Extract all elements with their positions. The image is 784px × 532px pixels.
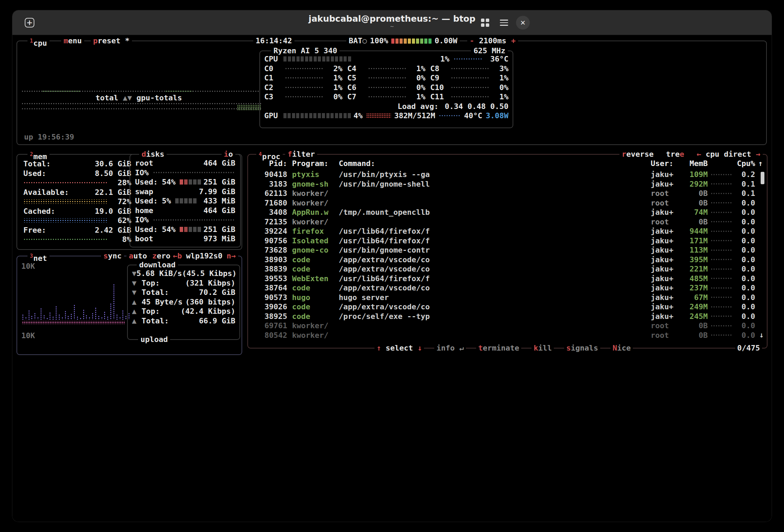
sort-next-button[interactable]: → (756, 150, 760, 158)
process-row[interactable]: 3408AppRun.w/tmp/.mount_opencllbjaku+74M… (253, 208, 763, 217)
net-graph-bar (77, 316, 78, 320)
header-cpu[interactable]: Cpu% (735, 159, 755, 168)
reverse-control[interactable]: reverse (622, 149, 654, 160)
disk-name: swap (135, 187, 153, 196)
core-graph (285, 96, 323, 98)
process-row[interactable]: 38764code/app/extra/vscode/cojaku+237M0.… (253, 283, 763, 293)
net-graph-bar (101, 317, 103, 320)
net-graph-bar (37, 317, 39, 320)
interval-increase-button[interactable]: + (511, 35, 516, 46)
net-graph-bar (125, 315, 127, 320)
tree-control[interactable]: tree (666, 149, 684, 160)
mem-stat-graph (23, 199, 108, 204)
iface-next-button[interactable]: n→ (227, 251, 236, 262)
process-mem: 0B (681, 331, 708, 340)
mem-stat-row: Cached:19.0 GiB (23, 207, 131, 216)
header-user[interactable]: User: (651, 159, 681, 168)
process-row[interactable]: 39026code/app/extra/vscode/cojaku+249M0.… (253, 302, 763, 312)
process-cpu-graph (710, 249, 732, 251)
net-graph-bar (28, 310, 30, 320)
process-row[interactable]: 38839code/app/extra/vscode/cojaku+221M0.… (253, 264, 763, 274)
meter-block (288, 113, 291, 118)
menu-control[interactable]: menu (61, 35, 84, 46)
process-row[interactable]: 71680kworker/root0B0.0 (253, 198, 763, 208)
process-row[interactable]: 80542kworker/root0B0.0 (253, 331, 763, 340)
disk-name: boot (135, 234, 153, 243)
process-row[interactable]: 38903code/app/extra/vscode/cojaku+395M0.… (253, 255, 763, 265)
cpu-temp-graph (453, 58, 482, 60)
process-row[interactable]: 72135kworker/root0B0.0 (253, 217, 763, 227)
enter-icon: ↵ (459, 344, 464, 352)
sort-prev-button[interactable]: ← (697, 150, 701, 158)
graph-mode-label[interactable]: total ▲▼ gpu-totals (92, 93, 186, 102)
net-graph-bar (98, 315, 100, 320)
process-row[interactable]: 3183gnome-sh/usr/bin/gnome-shelljaku+292… (253, 179, 763, 189)
info-control[interactable]: info ↵ (434, 343, 466, 354)
process-command: /usr/bin/ptyxis --ga (339, 170, 651, 179)
net-scale-top: 10K (21, 262, 35, 270)
process-row[interactable]: 90418ptyxis/usr/bin/ptyxis --gajaku+109M… (253, 170, 763, 179)
filter-control[interactable]: filter (285, 149, 317, 160)
kill-control[interactable]: kill (531, 343, 554, 354)
preset-control[interactable]: preset * (91, 35, 132, 46)
process-mem: 485M (681, 274, 708, 283)
disk-used-block (198, 227, 201, 232)
mem-stat-meter-row: 62% (23, 216, 131, 225)
scroll-down-arrow[interactable]: ↓ (759, 331, 764, 339)
process-row[interactable]: 39224firefox/usr/lib64/firefox/fjaku+944… (253, 226, 763, 236)
close-button[interactable]: ✕ (516, 16, 530, 30)
net-stat-value: (42.4 Kibps) (181, 307, 235, 315)
terminate-control[interactable]: terminate (476, 343, 521, 354)
interval-decrease-button[interactable]: - (470, 35, 474, 46)
net-stat-row: ▼5.68 KiB/s(45.5 Kibps) (132, 269, 235, 278)
process-program: firefox (292, 227, 334, 235)
process-row[interactable]: 73628gnome-co/usr/bin/gnome-contrjaku+11… (253, 245, 763, 255)
net-graph-bar (89, 317, 90, 320)
process-row[interactable]: 62113kworker/root0B0.1 (253, 189, 763, 198)
core-graph (368, 77, 406, 79)
core-percent: 0% (409, 74, 425, 82)
signals-control[interactable]: signals (564, 343, 600, 354)
disks-hotkey: d (142, 150, 146, 158)
disk-used-block (180, 179, 183, 185)
cpu-panel-title[interactable]: 1cpu (27, 35, 49, 49)
meter-block (283, 56, 287, 62)
process-cpu-graph (710, 325, 732, 327)
header-program[interactable]: Program: (292, 159, 334, 168)
process-cpu-graph (710, 240, 732, 242)
header-mem[interactable]: MemB (681, 159, 708, 168)
menu-button[interactable] (497, 16, 511, 30)
process-row[interactable]: 69761kworker/root0B0.0 (253, 321, 763, 331)
gpu-history-graph (21, 108, 262, 110)
disk-used-label: Used: (135, 178, 158, 186)
process-row[interactable]: 38925code/proc/self/exe --typjaku+245M0.… (253, 312, 763, 321)
process-row[interactable]: 90756Isolated/usr/lib64/firefox/fjaku+17… (253, 236, 763, 246)
mem-stat-value: 2.42 GiB (95, 226, 131, 234)
process-user: jaku+ (651, 227, 681, 235)
core-cell: C100% (430, 83, 508, 92)
process-command: /usr/lib64/firefox/f (339, 274, 651, 283)
disk-used-value: 433 MiB (203, 197, 235, 205)
scrollbar-thumb[interactable] (761, 172, 764, 184)
header-pid[interactable]: Pid: (253, 159, 287, 168)
net-graph-bar (52, 316, 54, 320)
mem-stat-graph (23, 181, 108, 184)
net-sync-control[interactable]: sync (101, 251, 124, 262)
process-program: hugo (292, 293, 334, 302)
process-row[interactable]: 90573hugohugo serverjaku+67M0.0 (253, 293, 763, 302)
disk-used-percent: 5% (162, 197, 171, 205)
header-command[interactable]: Command: (339, 159, 651, 168)
core-name: C1 (264, 74, 282, 82)
disk-used-block (193, 198, 197, 203)
process-user: jaku+ (651, 293, 681, 302)
process-pid: 71680 (253, 199, 287, 207)
cpu-usage-meter (283, 56, 354, 62)
process-user: jaku+ (651, 302, 681, 311)
process-cpu-graph (710, 334, 732, 336)
nice-control[interactable]: Nice (611, 343, 633, 354)
select-control[interactable]: ↑ select ↓ (374, 343, 424, 354)
process-row[interactable]: 39553WebExten/usr/lib64/firefox/fjaku+48… (253, 274, 763, 284)
process-program: code (292, 312, 334, 321)
tab-overview-button[interactable] (478, 16, 492, 30)
process-user: root (651, 199, 681, 207)
